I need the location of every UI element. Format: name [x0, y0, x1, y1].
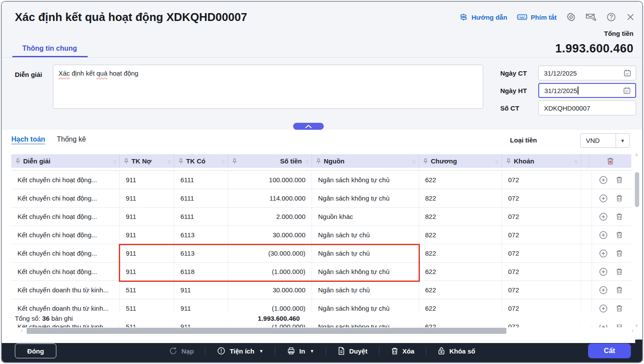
total-amount-value: 1.993.600.460	[555, 42, 634, 55]
help-question-icon[interactable]	[606, 12, 616, 22]
action-bar-center: Nạp Tiện ích ▼ In ▼	[169, 347, 475, 355]
delete-row-icon[interactable]	[616, 267, 623, 276]
col-header-dien-giai[interactable]: Diễn giải ↑↓	[11, 154, 120, 168]
tab-thong-tin-chung[interactable]: Thông tin chung	[22, 45, 77, 52]
ngay-ht-input[interactable]: 31/12/2025	[538, 83, 636, 98]
table-row[interactable]: Kết chuyển chi hoạt động... 911 6111 114…	[11, 189, 631, 208]
add-row-icon[interactable]	[599, 267, 608, 276]
lock-period-button[interactable]: Khóa sổ	[437, 347, 475, 355]
add-row-icon[interactable]	[599, 194, 608, 203]
collapse-header-button[interactable]	[293, 123, 324, 130]
keyboard-icon	[517, 13, 527, 21]
grid-footer: Tổng số: 36 bản ghi 1.993.600.460	[2, 313, 634, 325]
chevron-up-icon	[305, 125, 312, 128]
utilities-button[interactable]: Tiện ích ▼	[217, 347, 263, 355]
scroll-right-icon[interactable]: ›	[632, 328, 634, 333]
utilities-info-icon	[217, 347, 226, 355]
table-row[interactable]: Kết chuyển chi hoạt động... 911 6113 30.…	[11, 226, 631, 244]
refresh-icon	[169, 347, 177, 355]
sort-icon[interactable]: ↑↓	[574, 159, 577, 164]
scroll-up-icon[interactable]: ˄	[635, 153, 638, 157]
add-row-icon[interactable]	[599, 249, 608, 258]
delete-row-icon[interactable]	[616, 231, 623, 239]
calendar-icon[interactable]	[623, 69, 631, 77]
feedback-mail-icon[interactable]	[585, 12, 597, 22]
add-row-icon[interactable]	[599, 304, 608, 313]
sort-icon[interactable]: ↑↓	[221, 159, 224, 164]
ngay-ht-label: Ngày HT	[500, 87, 527, 94]
page-title: Xác định kết quả hoạt động XDKQHD00007	[15, 10, 247, 24]
help-guide-link[interactable]: Hướng dẫn	[459, 13, 507, 21]
sort-icon[interactable]: ↑↓	[113, 159, 116, 164]
col-header-tk-no[interactable]: TK Nợ ↑↓	[120, 154, 174, 168]
sort-icon[interactable]: ↑↓	[495, 159, 498, 164]
delete-all-rows-icon[interactable]	[606, 157, 614, 165]
currency-label: Loại tiền	[510, 136, 537, 144]
padlock-icon	[437, 347, 445, 355]
close-icon[interactable]	[626, 12, 635, 22]
approve-button[interactable]: Duyệt	[337, 347, 367, 355]
pin-icon[interactable]	[506, 158, 511, 164]
h-scroll-thumb[interactable]	[27, 328, 506, 334]
shortcut-link[interactable]: Phím tắt	[517, 13, 557, 21]
pin-icon[interactable]	[16, 158, 20, 164]
so-ct-label: Số CT	[500, 104, 519, 112]
table-row-highlighted[interactable]: Kết chuyển chi hoạt động... 911 6118 (1.…	[11, 263, 631, 281]
delete-row-icon[interactable]	[616, 176, 623, 184]
delete-row-icon[interactable]	[616, 212, 623, 221]
document-icon	[337, 347, 345, 355]
chevron-down-icon: ▼	[259, 349, 263, 354]
table-row[interactable]: Kết chuyển doanh thu từ kinh... 511 911 …	[11, 281, 631, 299]
reload-button[interactable]: Nạp	[169, 347, 194, 355]
horizontal-scrollbar: ‹ ›	[2, 327, 635, 343]
pin-icon[interactable]	[316, 158, 321, 164]
col-header-khoan[interactable]: Khoản ↑↓	[502, 154, 581, 168]
scroll-down-icon[interactable]: ˅	[635, 323, 638, 328]
tab-hach-toan[interactable]: Hạch toán	[11, 135, 45, 143]
delete-row-icon[interactable]	[616, 304, 623, 312]
col-header-chuong[interactable]: Chương ↑↓	[419, 154, 502, 168]
col-header-tk-co[interactable]: TK Có ↑↓	[174, 154, 228, 168]
description-textarea[interactable]: Xác định kết quả hoạt động	[53, 65, 483, 109]
delete-row-icon[interactable]	[616, 194, 623, 202]
sort-icon[interactable]: ↑↓	[167, 159, 170, 164]
pin-icon[interactable]	[124, 158, 128, 164]
col-header-nguon[interactable]: Nguồn ↑↓	[312, 154, 419, 168]
tab-thong-ke[interactable]: Thống kê	[57, 135, 86, 143]
table-row[interactable]: Kết chuyển chi hoạt động... 911 6111 100…	[11, 171, 631, 189]
accounting-grid: Diễn giải ↑↓ TK Nợ ↑↓ TK Có ↑↓ Số tiền ↑…	[11, 154, 631, 339]
pin-icon[interactable]	[179, 158, 183, 164]
v-scroll-thumb[interactable]	[635, 172, 639, 207]
header-actions: Hướng dẫn Phím tắt	[459, 12, 635, 22]
delete-row-icon[interactable]	[616, 286, 623, 294]
col-header-actions	[589, 154, 631, 168]
add-row-icon[interactable]	[599, 176, 608, 184]
delete-button[interactable]: Xóa	[391, 347, 415, 355]
text-cursor	[578, 87, 578, 94]
sort-icon[interactable]: ↑↓	[305, 159, 308, 164]
table-row-highlighted[interactable]: Kết chuyển chi hoạt động... 911 6113 (30…	[11, 244, 631, 263]
table-row[interactable]: Kết chuyển chi hoạt động... 911 6111 2.0…	[11, 208, 631, 226]
amount-total: 1.993.600.460	[11, 315, 306, 322]
scroll-left-icon[interactable]: ‹	[21, 328, 23, 333]
chevron-down-icon: ▼	[616, 138, 629, 143]
col-header-so-tien[interactable]: Số tiền ↑↓	[228, 154, 312, 168]
pin-icon[interactable]	[232, 158, 237, 164]
calendar-icon[interactable]	[623, 87, 631, 94]
print-button[interactable]: In ▼	[287, 347, 314, 355]
add-row-icon[interactable]	[599, 286, 608, 295]
add-row-icon[interactable]	[599, 212, 608, 221]
so-ct-input[interactable]: XDKQHD00007	[538, 101, 636, 115]
header-section: Xác định kết quả hoạt động XDKQHD00007 H…	[2, 2, 642, 130]
sort-icon[interactable]: ↑↓	[412, 159, 415, 164]
printer-icon	[287, 347, 295, 355]
settings-gear-icon[interactable]	[566, 12, 576, 22]
currency-select[interactable]: VND ▼	[580, 133, 630, 148]
close-button[interactable]: Đóng	[15, 343, 56, 358]
save-button[interactable]: Cất	[588, 343, 631, 358]
grid-header: Diễn giải ↑↓ TK Nợ ↑↓ TK Có ↑↓ Số tiền ↑…	[11, 154, 631, 168]
delete-row-icon[interactable]	[616, 249, 623, 257]
add-row-icon[interactable]	[599, 231, 608, 239]
ngay-ct-input[interactable]: 31/12/2025	[538, 66, 636, 80]
pin-icon[interactable]	[423, 158, 428, 164]
